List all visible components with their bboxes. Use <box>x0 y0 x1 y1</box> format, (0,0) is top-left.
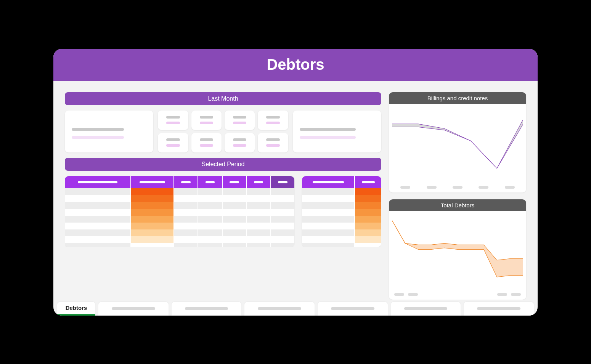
table-row[interactable] <box>302 209 381 216</box>
table-cell <box>271 202 294 209</box>
table-cell <box>355 223 381 229</box>
billings-chart-card[interactable]: Billings and credit notes <box>389 92 526 192</box>
tab-item[interactable] <box>391 302 461 316</box>
table-row[interactable] <box>65 236 294 243</box>
table-row[interactable] <box>302 195 381 202</box>
placeholder-value <box>266 144 280 147</box>
placeholder-value <box>200 122 214 124</box>
table-cell <box>223 202 247 209</box>
placeholder-text <box>258 307 301 310</box>
column-header[interactable] <box>198 176 222 188</box>
column-header[interactable] <box>174 176 198 188</box>
column-header[interactable] <box>247 176 271 188</box>
table-cell <box>247 209 271 216</box>
table-cell <box>247 223 271 229</box>
table-cell <box>131 202 174 209</box>
table-row[interactable] <box>65 209 294 216</box>
placeholder-text <box>72 128 124 131</box>
placeholder-text <box>233 138 247 141</box>
total-debtors-x-labels <box>389 291 526 300</box>
table-cell <box>65 202 131 209</box>
metric-card[interactable] <box>191 133 222 152</box>
placeholder-text <box>140 181 165 183</box>
table-cell <box>355 243 381 247</box>
metric-card[interactable] <box>191 111 222 130</box>
table-cell <box>198 195 222 202</box>
table-cell <box>302 216 355 223</box>
placeholder-value <box>200 144 214 147</box>
table-cell <box>247 195 271 202</box>
tables-row <box>65 176 381 247</box>
debtors-table-narrow[interactable] <box>302 176 381 247</box>
metric-card[interactable] <box>225 111 255 130</box>
table-row[interactable] <box>65 188 294 195</box>
metric-card[interactable] <box>158 133 188 152</box>
table-cell <box>198 188 222 195</box>
tab-item[interactable] <box>464 302 534 316</box>
table-row[interactable] <box>302 188 381 195</box>
table-row[interactable] <box>65 216 294 223</box>
table-row[interactable] <box>302 243 381 247</box>
chart-title-text: Billings and credit notes <box>427 95 488 101</box>
selected-period-header: Selected Period <box>65 158 381 171</box>
table-cell <box>302 223 355 229</box>
summary-card-right[interactable] <box>293 111 381 152</box>
table-row[interactable] <box>65 243 294 247</box>
table-row[interactable] <box>65 229 294 236</box>
placeholder-text <box>112 307 155 310</box>
table-cell <box>65 209 131 216</box>
table-row[interactable] <box>302 229 381 236</box>
table-cell <box>355 216 381 223</box>
table-cell <box>223 243 247 247</box>
table-cell <box>65 195 131 202</box>
column-header[interactable] <box>65 176 131 188</box>
table-row[interactable] <box>65 223 294 229</box>
column-header-selected[interactable] <box>271 176 294 188</box>
tab-debtors[interactable]: Debtors <box>57 302 95 316</box>
table-row[interactable] <box>302 202 381 209</box>
table-cell <box>198 216 222 223</box>
page-title: Debtors <box>267 56 324 73</box>
total-debtors-chart-card[interactable]: Total Debtors <box>389 199 526 300</box>
metric-card[interactable] <box>258 133 288 152</box>
column-header[interactable] <box>355 176 381 188</box>
table-cell <box>131 188 174 195</box>
metric-card[interactable] <box>158 111 188 130</box>
table-row[interactable] <box>302 223 381 229</box>
debtors-table-wide[interactable] <box>65 176 294 247</box>
table-cell <box>131 195 174 202</box>
tab-item[interactable] <box>244 302 315 316</box>
table-cell <box>65 243 131 247</box>
table-row[interactable] <box>302 216 381 223</box>
table-cell <box>355 209 381 216</box>
placeholder-value <box>233 122 247 124</box>
table-cell <box>131 229 174 236</box>
last-month-label: Last Month <box>208 95 238 102</box>
table-row[interactable] <box>65 202 294 209</box>
placeholder-text <box>266 138 280 141</box>
column-header[interactable] <box>223 176 247 188</box>
placeholder-text <box>278 181 287 183</box>
tab-item[interactable] <box>318 302 388 316</box>
column-header[interactable] <box>131 176 174 188</box>
placeholder-text <box>78 181 117 183</box>
table-cell <box>355 188 381 195</box>
placeholder-text <box>394 293 404 296</box>
table-cell <box>174 216 198 223</box>
metric-card[interactable] <box>225 133 255 152</box>
table-cell <box>302 188 355 195</box>
table-cell <box>174 229 198 236</box>
table-cell <box>355 202 381 209</box>
table-row[interactable] <box>302 236 381 243</box>
table-cell <box>223 209 247 216</box>
tab-item[interactable] <box>172 302 242 316</box>
column-header[interactable] <box>302 176 355 188</box>
metric-card[interactable] <box>258 111 288 130</box>
table-row[interactable] <box>65 195 294 202</box>
summary-card-left[interactable] <box>65 111 153 152</box>
table-cell <box>198 223 222 229</box>
table-cell <box>355 236 381 243</box>
placeholder-text <box>477 307 520 310</box>
tab-item[interactable] <box>98 302 169 316</box>
placeholder-text <box>254 181 263 183</box>
